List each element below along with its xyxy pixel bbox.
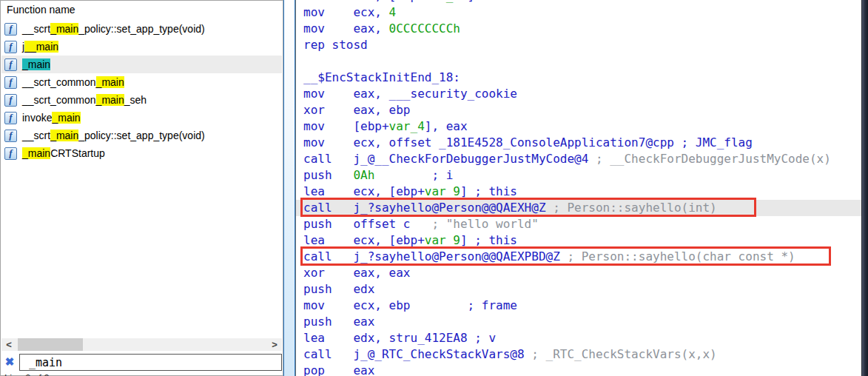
disassembly-line[interactable]: mov ecx, ebp ; frame <box>296 298 861 314</box>
filter-input[interactable] <box>19 354 282 371</box>
function-name: __scrt_main_policy::set_app_type(void) <box>22 130 205 141</box>
function-icon: f <box>4 58 17 71</box>
function-icon: f <box>4 94 17 107</box>
disassembly-line[interactable]: pop eax <box>296 363 861 376</box>
disassembly-line[interactable]: push 0Ah ; i <box>296 167 861 184</box>
function-list-item[interactable]: f__scrt_main_policy::set_app_type(void) <box>1 20 282 38</box>
window-edge <box>861 0 868 376</box>
scrollbar-track[interactable] <box>16 338 267 351</box>
disassembly-line-current[interactable]: call j_?sayhello@Person@@QAEXH@Z ; Perso… <box>296 200 861 216</box>
functions-column-header: Function name <box>1 1 283 19</box>
function-list-item[interactable]: finvoke_main <box>1 109 282 127</box>
scroll-right-arrow-icon[interactable]: > <box>267 338 282 351</box>
disassembly-line[interactable]: mov ecx, offset _181E4528_ConsoleApplica… <box>296 135 861 151</box>
clear-filter-icon[interactable]: ✖ <box>3 355 16 369</box>
function-name: __scrt_main_policy::set_app_type(void) <box>22 23 205 35</box>
disassembly-view[interactable]: lea edi, [ebp+var_10]mov ecx, 4mov eax, … <box>295 0 861 376</box>
function-icon: f <box>4 112 17 124</box>
disassembly-line[interactable]: lea ecx, [ebp+var_9] ; this <box>296 184 861 200</box>
function-icon: f <box>4 130 17 142</box>
panel-splitter[interactable] <box>283 0 295 376</box>
function-list-item[interactable]: f__scrt_common_main <box>1 73 282 91</box>
disassembly-line[interactable]: rep stosd <box>296 37 861 53</box>
function-list-item[interactable]: f__scrt_main_policy::set_app_type(void) <box>1 127 282 144</box>
disassembly-line[interactable]: push offset c ; "hello world" <box>296 216 861 232</box>
horizontal-scrollbar[interactable]: < > <box>1 338 282 351</box>
disassembly-line[interactable]: mov eax, 0CCCCCCCCh <box>296 21 861 37</box>
function-list-item[interactable]: fj__main <box>1 38 282 56</box>
disassembly-lines: lea edi, [ebp+var_10]mov ecx, 4mov eax, … <box>296 0 861 376</box>
disassembly-line[interactable]: call j_@_RTC_CheckStackVars@8 ; _RTC_Che… <box>296 346 861 363</box>
function-name: j__main <box>22 41 58 53</box>
functions-list: f__scrt_main_policy::set_app_type(void)f… <box>1 20 282 162</box>
scroll-left-arrow-icon[interactable]: < <box>1 338 16 351</box>
disassembly-line[interactable]: lea ecx, [ebp+var_9] ; this <box>296 232 861 249</box>
function-list-item[interactable]: f_mainCRTStartup <box>1 144 282 162</box>
disassembly-line[interactable]: mov eax, ___security_cookie <box>296 86 861 102</box>
function-name: invoke_main <box>22 112 81 124</box>
disassembly-line[interactable]: __$EncStackInitEnd_18: <box>296 70 861 86</box>
disassembly-line[interactable]: push edx <box>296 281 861 298</box>
function-name: __scrt_common_main_seh <box>22 94 147 106</box>
disassembly-line[interactable]: push eax <box>296 314 861 330</box>
disassembly-line[interactable]: call j_?sayhello@Person@@QAEXPBD@Z ; Per… <box>296 249 861 265</box>
disassembly-line[interactable] <box>296 53 861 70</box>
function-list-item[interactable]: f__scrt_common_main_seh <box>1 91 282 109</box>
disassembly-line[interactable]: call j_@__CheckForDebuggerJustMyCode@4 ;… <box>296 151 861 167</box>
disassembly-line[interactable]: mov [ebp+var_4], eax <box>296 118 861 135</box>
function-name: _mainCRTStartup <box>22 147 105 159</box>
function-icon: f <box>4 23 17 36</box>
status-line: Line 3 of 9 <box>4 372 50 376</box>
function-name: __scrt_common_main <box>22 76 124 88</box>
disassembly-line[interactable]: mov ecx, 4 <box>296 4 861 21</box>
function-list-item[interactable]: f_main <box>1 56 282 73</box>
functions-window: Function name f__scrt_main_policy::set_a… <box>0 0 283 376</box>
quick-filter-row: ✖ <box>1 354 282 372</box>
function-name: _main <box>22 58 50 70</box>
function-icon: f <box>4 41 17 53</box>
disassembly-line[interactable]: xor eax, ebp <box>296 102 861 118</box>
disassembly-line[interactable]: lea edx, stru_412EA8 ; v <box>296 330 861 346</box>
function-icon: f <box>4 76 17 89</box>
function-icon: f <box>4 147 17 160</box>
disassembly-line[interactable]: xor eax, eax <box>296 265 861 281</box>
scrollbar-thumb[interactable] <box>18 338 83 351</box>
